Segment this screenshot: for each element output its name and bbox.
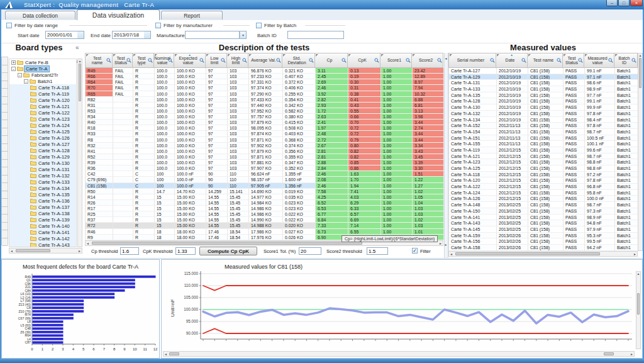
measured-table-row-carte-tr-a-128[interactable]: Carte Tr-A-1282012/10/19C81 (158)PASS99.… — [449, 98, 638, 104]
measured-table-row-carte-tr-a-156[interactable]: Carte Tr-A-1562013/02/26C81 (158)PASS99.… — [449, 238, 638, 245]
tree-item-carte-tr-a-131[interactable]: Carte Tr-A-131 — [9, 166, 76, 172]
search-icon[interactable] — [374, 58, 379, 63]
measured-table-row-carte-tr-a-132[interactable]: Carte Tr-A-1322012/10/19C81 (158)PASS97.… — [449, 111, 638, 117]
tests-column-header-nominal-value[interactable]: Nominal value — [154, 53, 174, 68]
tree-vertical-scrollbar[interactable]: ▲ — [77, 59, 82, 247]
measured-table-row-carte-tr-a-129[interactable]: Carte Tr-A-1292012/10/19C81 (158)PASS97.… — [449, 74, 638, 81]
end-date-calendar-icon[interactable] — [144, 31, 151, 39]
tree-item-carte-tr-a-133[interactable]: Carte Tr-A-133 — [9, 179, 76, 185]
tests-table-row-r39[interactable]: R39R100.0100.0 KO9710397.881 KO0.347 KO2… — [86, 160, 444, 165]
measured-table-row-carte-tr-a-122[interactable]: Carte Tr-A-1222012/12/15C81 (158)PASS96.… — [449, 184, 638, 190]
scroll-left-icon[interactable]: ◄ — [164, 352, 167, 356]
tests-table-row-r46[interactable]: R46R1818.00 KO17.4618.5417.986 KO0.027 K… — [86, 229, 444, 235]
filter-checkbox[interactable]: ✓ — [412, 248, 418, 254]
tree-item-carte-tr-a-122[interactable]: Carte Tr-A-122 — [9, 109, 76, 116]
tree-item-carte-tr-a-130[interactable]: Carte Tr-A-130 — [9, 160, 76, 166]
tree-item-carte-tr-a-120[interactable]: Carte Tr-A-120 — [9, 97, 76, 103]
search-icon[interactable] — [126, 58, 131, 63]
search-icon[interactable] — [406, 58, 411, 63]
tests-column-header-expected-value[interactable]: ▲Expected value — [174, 53, 206, 68]
measured-table-row-carte-tr-a-159[interactable]: Carte Tr-A-1592013/02/26C81 (158)PASS95.… — [449, 233, 638, 239]
measured-column-header-date[interactable]: ▲Date — [496, 53, 528, 68]
cpk-threshold-input[interactable] — [175, 247, 196, 255]
tests-table-row-c42[interactable]: C42C100100.0 nF9011096.624 nF1.355 nF2.4… — [86, 171, 444, 177]
tree-item-carte-tr-a-143[interactable]: Carte Tr-A-143 — [9, 242, 76, 247]
tests-column-header-high-limit[interactable]: High limit — [227, 53, 248, 68]
tests-table-row-r18[interactable]: R18R100.0100.0 KO9710398.095 KO0.508 KO1… — [86, 125, 444, 131]
measured-table-row-carte-tr-a-131[interactable]: Carte Tr-A-1312012/10/19C81 (158)PASS98.… — [449, 80, 638, 86]
tests-column-header-test-name[interactable]: Test name — [85, 53, 113, 68]
measured-table-row-carte-tr-a-121[interactable]: Carte Tr-A-1212012/12/15C81 (158)PASS98.… — [449, 154, 638, 160]
tests-table-row-r53[interactable]: R53R100.0100.0 KO9710397.952 KO0.582 KO1… — [86, 108, 444, 114]
search-icon[interactable] — [242, 58, 247, 63]
scroll-left-icon[interactable]: ◄ — [86, 242, 89, 245]
filter-batch-checkbox[interactable] — [256, 23, 262, 28]
measured-table-row-carte-tr-a-126[interactable]: Carte Tr-A-1262012/12/15C81 (158)PASS100… — [449, 196, 638, 202]
score1-tol-input[interactable] — [299, 247, 321, 255]
maximize-button[interactable]: □ — [618, 0, 630, 6]
measured-horizontal-scrollbar[interactable]: ◄ ► — [448, 251, 638, 257]
tests-table-row-r72[interactable]: R72R1515.00 KO14.5515.4514.988 KO0.020 K… — [86, 223, 444, 228]
scrollbar-thumb[interactable] — [79, 64, 81, 101]
tests-column-header-average-val[interactable]: Average Val. — [248, 53, 282, 68]
tests-table-row-r8[interactable]: R8R100.0100.0 KO9710397.871 KO0.368 KO2.… — [86, 137, 444, 143]
close-button[interactable]: × — [630, 0, 643, 6]
search-icon[interactable] — [199, 58, 204, 63]
filter-date-range-checkbox[interactable] — [6, 23, 12, 28]
measured-table-row-carte-tr-a-124[interactable]: Carte Tr-A-1242012/12/15C81 (158)PASS95.… — [449, 190, 638, 196]
measured-table-row-carte-tr-a-134[interactable]: Carte Tr-A-1342012/10/19C81 (158)PASS98.… — [449, 117, 638, 123]
search-icon[interactable] — [557, 58, 562, 63]
tests-table-row-r37[interactable]: R37R1515.00 KO14.5515.4514.990 KO0.022 K… — [86, 217, 444, 223]
tree-item-carte-tr-a-119[interactable]: Carte Tr-A-119 — [9, 91, 76, 97]
tab-report[interactable]: Report — [161, 11, 223, 20]
tree-item-carte-fe-b[interactable]: +Carte Fe-B — [9, 59, 76, 65]
measured-column-header-test-name[interactable]: Test name — [528, 53, 563, 68]
tests-table-row-r70[interactable]: R70FAILR100.0100.0 KO9710397.374 KO0.406… — [86, 85, 444, 91]
tree-item-carte-tr-a-128[interactable]: Carte Tr-A-128 — [9, 147, 76, 154]
search-icon[interactable] — [148, 58, 153, 63]
tests-column-header-score2[interactable]: Score2 — [412, 53, 443, 68]
tree-expander-icon[interactable]: - — [18, 73, 22, 77]
tree-item-carte-tr-a-138[interactable]: Carte Tr-A-138 — [9, 210, 76, 216]
measured-table-row-carte-tr-a-119[interactable]: Carte Tr-A-1192012/12/15C81 (158)PASS99.… — [449, 147, 638, 154]
tests-table-row-r64[interactable]: R64FAILR100.0100.0 KO9710397.331 KO0.372… — [86, 79, 444, 85]
tree-item-carte-tr-a-141[interactable]: Carte Tr-A-141 — [9, 229, 76, 235]
tests-table-row-r25[interactable]: R25R1515.00 KO14.5515.4514.986 KO0.022 K… — [86, 211, 444, 217]
tests-table-row-r41[interactable]: R41R100.0100.0 KO9710397.879 KO0.356 KO2… — [86, 148, 444, 154]
start-date-input[interactable] — [45, 31, 78, 39]
chart-horizontal-scrollbar[interactable]: ◄ ► — [163, 351, 635, 357]
measured-vertical-scrollbar[interactable]: ▲ — [638, 53, 643, 251]
search-icon[interactable] — [521, 58, 526, 63]
tests-column-header-low-limit[interactable]: Low limit — [206, 53, 227, 68]
tree-expander-icon[interactable]: - — [24, 79, 28, 84]
tree-expander-icon[interactable]: + — [11, 60, 16, 65]
tests-table-row-r36[interactable]: R36R100.0100.0 KO9710397.907 KO0.352 KO2… — [86, 165, 444, 171]
score2-threshold-input[interactable] — [367, 247, 388, 255]
scroll-up-icon[interactable]: ▲ — [636, 272, 640, 276]
tree-expander-icon[interactable]: - — [11, 67, 16, 71]
tests-table-row-r31[interactable]: R31R100.0100.0 KO9710397.440 KO0.342 KO2… — [86, 103, 444, 108]
tests-column-header-score1[interactable]: Score1 — [380, 53, 412, 68]
measured-table-row-carte-tr-a-155[interactable]: Carte Tr-A-1552012/11/13C81 (158)PASS100… — [449, 141, 638, 147]
tree-item-carte-tr-a-123[interactable]: Carte Tr-A-123 — [9, 116, 76, 122]
manufacturer-select[interactable] — [185, 31, 240, 39]
scroll-up-icon[interactable]: ▲ — [638, 53, 642, 57]
measured-table-row-carte-tr-a-148[interactable]: Carte Tr-A-1482013/02/25C81 (158)PASS98.… — [449, 202, 638, 208]
scrollbar-thumb[interactable] — [455, 252, 600, 255]
measured-table-row-carte-tr-a-141[interactable]: Carte Tr-A-1412013/02/25C81 (158)PASS98.… — [449, 215, 638, 221]
tree-item-fabricant2tr[interactable]: -Fabricant2Tr — [9, 72, 76, 78]
tab-data-collection[interactable]: Data collection — [5, 11, 75, 20]
scrollbar-thumb[interactable] — [639, 58, 641, 88]
chart-vertical-scrollbar[interactable]: ▲ — [636, 271, 641, 349]
search-icon[interactable] — [276, 58, 281, 63]
cp-threshold-input[interactable] — [120, 247, 139, 255]
tests-column-header-test-type[interactable]: Test type — [133, 53, 154, 68]
tests-table-row-r26[interactable]: R26R1515.00 KO14.5515.4514.984 KO0.023 K… — [86, 200, 444, 206]
measured-table-row-carte-tr-a-133[interactable]: Carte Tr-A-1332012/10/19C81 (158)PASS98.… — [449, 86, 638, 92]
tests-table-row-r17[interactable]: R17R1515.00 KO14.5515.4514.986 KO0.023 K… — [86, 206, 444, 211]
scrollbar-grip[interactable] — [604, 352, 614, 355]
search-icon[interactable] — [490, 58, 495, 63]
tests-table-row-r65[interactable]: R65FAILR100.0100.0 KO9710397.290 KO0.255… — [86, 91, 444, 97]
compute-cp-cpk-button[interactable]: Compute Cp CpK — [199, 247, 257, 255]
tests-table-row-c79-696[interactable]: C79 (696)C100100.0 nF9011098.157 nF1.600… — [86, 177, 444, 182]
